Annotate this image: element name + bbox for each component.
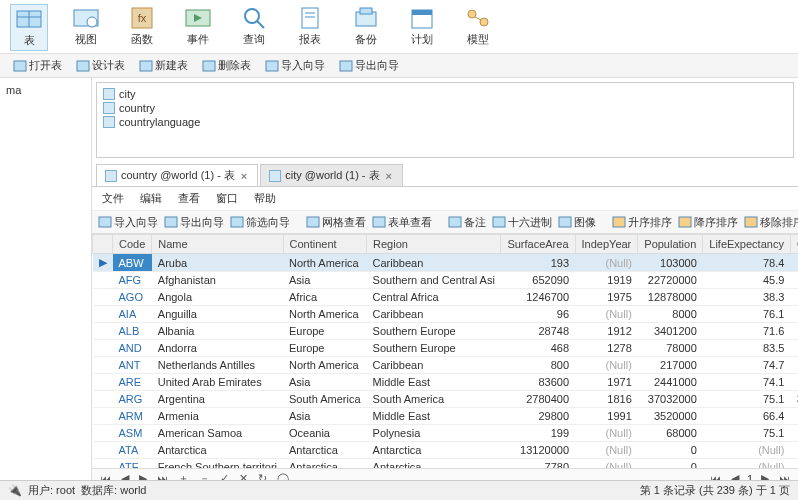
cell-LifeExpectancy[interactable]: 45.9 [703,272,791,289]
gridtool-filter-button[interactable]: 筛选向导 [230,215,290,230]
cell-Code[interactable]: ARM [113,408,152,425]
menu-帮助[interactable]: 帮助 [254,191,276,206]
cell-Code[interactable]: AIA [113,306,152,323]
gridtool-grid-button[interactable]: 网格查看 [306,215,366,230]
cell-SurfaceArea[interactable]: 1246700 [501,289,575,306]
cell-Region[interactable]: Antarctica [367,442,501,459]
ribbon-view[interactable]: 视图 [68,4,104,51]
cell-LifeExpectancy[interactable]: 83.5 [703,340,791,357]
cell-Region[interactable]: Caribbean [367,254,501,272]
cell-Name[interactable]: Albania [152,323,283,340]
ribbon-report[interactable]: 报表 [292,4,328,51]
cell-IndepYear[interactable]: (Null) [575,442,638,459]
cell-SurfaceArea[interactable]: 28748 [501,323,575,340]
cell-Region[interactable]: Central Africa [367,289,501,306]
toolbar-delete-button[interactable]: 删除表 [199,57,254,74]
cell-LifeExpectancy[interactable]: 71.6 [703,323,791,340]
cell-SurfaceArea[interactable]: 83600 [501,374,575,391]
gridtool-asc-button[interactable]: 升序排序 [612,215,672,230]
menu-编辑[interactable]: 编辑 [140,191,162,206]
cell-IndepYear[interactable]: 1919 [575,272,638,289]
cell-LifeExpectancy[interactable]: 74.7 [703,357,791,374]
cell-GNP[interactable]: 32 [790,323,798,340]
cell-Population[interactable]: 68000 [638,425,703,442]
cell-Code[interactable]: ASM [113,425,152,442]
document-tab-0[interactable]: country @world (1) - 表× [96,164,258,186]
cell-SurfaceArea[interactable]: 652090 [501,272,575,289]
cell-Region[interactable]: Caribbean [367,357,501,374]
cell-IndepYear[interactable]: 1912 [575,323,638,340]
cell-Population[interactable]: 78000 [638,340,703,357]
table-row[interactable]: ▶ABWArubaNorth AmericaCaribbean193(Null)… [93,254,799,272]
cell-LifeExpectancy[interactable]: 66.4 [703,408,791,425]
cell-Name[interactable]: Armenia [152,408,283,425]
cell-Continent[interactable]: Africa [283,289,367,306]
ribbon-func[interactable]: fx函数 [124,4,160,51]
table-row[interactable]: AREUnited Arab EmiratesAsiaMiddle East83… [93,374,799,391]
ribbon-plan[interactable]: 计划 [404,4,440,51]
cell-Population[interactable]: 12878000 [638,289,703,306]
object-item-country[interactable]: country [101,101,789,115]
cell-Population[interactable]: 103000 [638,254,703,272]
cell-SurfaceArea[interactable]: 193 [501,254,575,272]
cell-Code[interactable]: ARG [113,391,152,408]
table-row[interactable]: ASMAmerican SamoaOceaniaPolynesia199(Nul… [93,425,799,442]
menu-窗口[interactable]: 窗口 [216,191,238,206]
cell-SurfaceArea[interactable]: 96 [501,306,575,323]
cell-Population[interactable]: 8000 [638,306,703,323]
toolbar-open-button[interactable]: 打开表 [10,57,65,74]
column-header-IndepYear[interactable]: IndepYear [575,235,638,254]
cell-Name[interactable]: French Southern territori [152,459,283,469]
cell-Name[interactable]: Anguilla [152,306,283,323]
gridtool-desc-button[interactable]: 降序排序 [678,215,738,230]
toolbar-import-button[interactable]: 导入向导 [262,57,328,74]
gridtool-image-button[interactable]: 图像 [558,215,596,230]
menu-文件[interactable]: 文件 [102,191,124,206]
cell-SurfaceArea[interactable]: 800 [501,357,575,374]
cell-Name[interactable]: American Samoa [152,425,283,442]
cell-LifeExpectancy[interactable]: 74.1 [703,374,791,391]
ribbon-backup[interactable]: 备份 [348,4,384,51]
table-row[interactable]: AFGAfghanistanAsiaSouthern and Central A… [93,272,799,289]
cell-Code[interactable]: ARE [113,374,152,391]
cell-Continent[interactable]: Antarctica [283,442,367,459]
toolbar-design-button[interactable]: 设计表 [73,57,128,74]
tab-close-button[interactable]: × [384,170,394,182]
cell-GNP[interactable] [790,459,798,469]
document-tab-1[interactable]: city @world (1) - 表× [260,164,403,186]
cell-Name[interactable]: Angola [152,289,283,306]
cell-Name[interactable]: Antarctica [152,442,283,459]
gridtool-export-button[interactable]: 导出向导 [164,215,224,230]
column-header-SurfaceArea[interactable]: SurfaceArea [501,235,575,254]
ribbon-model[interactable]: 模型 [460,4,496,51]
cell-Name[interactable]: Argentina [152,391,283,408]
cell-GNP[interactable]: 59 [790,272,798,289]
cell-GNP[interactable]: 3402 [790,391,798,408]
object-item-countrylanguage[interactable]: countrylanguage [101,115,789,129]
menu-查看[interactable]: 查看 [178,191,200,206]
cell-Population[interactable]: 217000 [638,357,703,374]
cell-Continent[interactable]: South America [283,391,367,408]
table-row[interactable]: ATAAntarcticaAntarcticaAntarctica1312000… [93,442,799,459]
table-row[interactable]: ARMArmeniaAsiaMiddle East298001991352000… [93,408,799,425]
cell-GNP[interactable]: 6 [790,289,798,306]
cell-SurfaceArea[interactable]: 2780400 [501,391,575,408]
cell-LifeExpectancy[interactable]: 76.1 [703,306,791,323]
cell-Continent[interactable]: Europe [283,340,367,357]
cell-Population[interactable]: 3520000 [638,408,703,425]
cell-Name[interactable]: Aruba [152,254,283,272]
gridtool-rmsort-button[interactable]: 移除排序 [744,215,798,230]
cell-Population[interactable]: 0 [638,442,703,459]
cell-Code[interactable]: AND [113,340,152,357]
cell-LifeExpectancy[interactable]: 75.1 [703,425,791,442]
table-row[interactable]: ATFFrench Southern territoriAntarcticaAn… [93,459,799,469]
cell-GNP[interactable]: 6 [790,306,798,323]
cell-GNP[interactable] [790,442,798,459]
cell-Code[interactable]: ATA [113,442,152,459]
cell-LifeExpectancy[interactable]: 78.4 [703,254,791,272]
toolbar-export-button[interactable]: 导出向导 [336,57,402,74]
cell-GNP[interactable]: 1 [790,340,798,357]
cell-Continent[interactable]: North America [283,306,367,323]
cell-SurfaceArea[interactable]: 29800 [501,408,575,425]
cell-Continent[interactable]: Asia [283,272,367,289]
